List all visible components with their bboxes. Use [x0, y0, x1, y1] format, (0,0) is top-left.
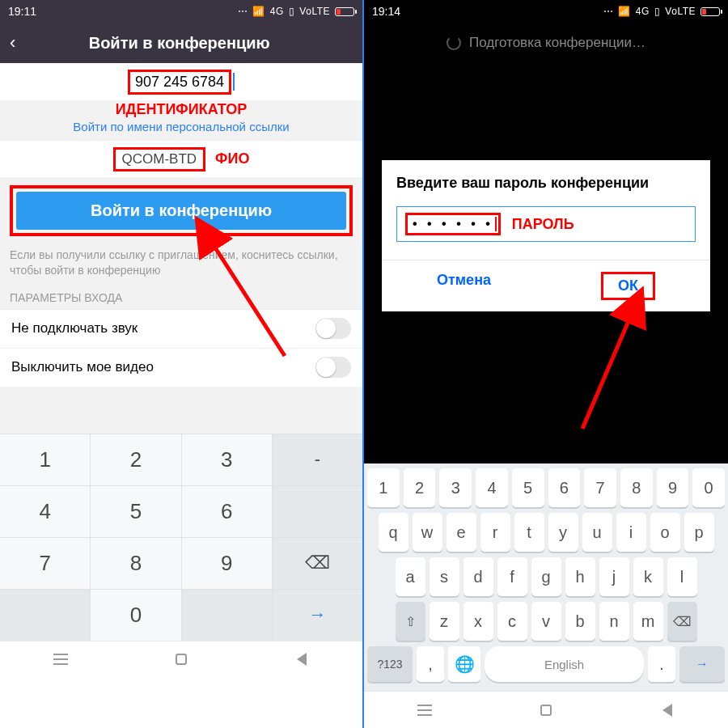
key-5[interactable]: 5	[512, 468, 544, 507]
key-enter[interactable]: →	[679, 646, 725, 682]
ok-button[interactable]: ОК	[546, 260, 710, 311]
key-u[interactable]: u	[582, 513, 612, 552]
annotation-join-outline: Войти в конференцию	[10, 185, 353, 236]
nav-home-icon[interactable]	[171, 649, 192, 670]
option-disable-video[interactable]: Выключить мое видео	[0, 348, 362, 387]
key-l[interactable]: l	[667, 557, 697, 596]
annotation-arrow-ok	[574, 307, 671, 440]
key-w[interactable]: w	[413, 513, 442, 552]
nav-recent-icon[interactable]	[50, 649, 71, 670]
key-7[interactable]: 7	[584, 468, 616, 507]
cancel-button[interactable]: Отмена	[382, 260, 546, 311]
display-name-row[interactable]: QCOM-BTD ФИО	[0, 140, 362, 177]
personal-link[interactable]: Войти по имени персональной ссылки	[0, 118, 362, 140]
key-n[interactable]: n	[599, 602, 629, 641]
key-j[interactable]: j	[599, 557, 629, 596]
status-icons: ⋯📶 4G ▯ VoLTE	[238, 6, 354, 17]
key-4[interactable]: 4	[476, 468, 508, 507]
key-4[interactable]: 4	[0, 485, 91, 537]
key-f[interactable]: f	[497, 557, 527, 596]
status-icons: ⋯📶 4G▯ VoLTE	[603, 6, 720, 17]
options-heading: ПАРАМЕТРЫ ВХОДА	[0, 286, 362, 309]
status-bar: 19:14 ⋯📶 4G▯ VoLTE	[364, 0, 728, 23]
key-9[interactable]: 9	[657, 468, 689, 507]
key-y[interactable]: y	[548, 513, 578, 552]
key-6[interactable]: 6	[548, 468, 581, 507]
meeting-id-row[interactable]: 907 245 6784	[0, 63, 362, 100]
toggle-video[interactable]	[315, 357, 351, 378]
key-m[interactable]: m	[633, 602, 663, 641]
key-i[interactable]: i	[616, 513, 646, 552]
key-x[interactable]: x	[463, 602, 493, 641]
annotation-password: ПАРОЛЬ	[512, 216, 574, 233]
key-symbols[interactable]: ?123	[367, 646, 413, 682]
key-0[interactable]: 0	[692, 468, 725, 507]
key-7[interactable]: 7	[0, 537, 91, 589]
key-s[interactable]: s	[430, 557, 459, 596]
key-6[interactable]: 6	[182, 485, 273, 537]
status-time: 19:11	[8, 5, 36, 18]
join-button[interactable]: Войти в конференцию	[16, 192, 346, 230]
display-name-input[interactable]: QCOM-BTD	[113, 147, 206, 171]
nav-home-icon[interactable]	[535, 700, 557, 721]
key-period[interactable]: .	[648, 646, 675, 682]
key-9[interactable]: 9	[182, 537, 273, 589]
back-icon[interactable]: ‹	[10, 32, 15, 53]
password-field[interactable]: • • • • • • ПАРОЛЬ	[396, 206, 696, 242]
key-globe[interactable]: 🌐	[448, 646, 480, 682]
option-mute-audio[interactable]: Не подключать звук	[0, 309, 362, 348]
phone-left: 19:11 ⋯📶 4G ▯ VoLTE ‹ Войти в конференци…	[0, 0, 364, 728]
key-a[interactable]: a	[396, 557, 425, 596]
key-1[interactable]: 1	[367, 468, 400, 507]
nav-back-icon[interactable]	[657, 700, 678, 721]
key-k[interactable]: k	[633, 557, 663, 596]
key-g[interactable]: g	[531, 557, 561, 596]
key-shift[interactable]: ⇧	[396, 602, 425, 641]
key-0[interactable]: 0	[91, 589, 181, 641]
key-empty-l	[0, 589, 91, 641]
phone-right: 19:14 ⋯📶 4G▯ VoLTE Подготовка конференци…	[364, 0, 728, 728]
key-v[interactable]: v	[531, 602, 561, 641]
key-b[interactable]: b	[565, 602, 595, 641]
key-comma[interactable]: ,	[417, 646, 444, 682]
key-8[interactable]: 8	[620, 468, 653, 507]
nav-recent-icon[interactable]	[414, 700, 435, 721]
key-dash[interactable]: -	[273, 434, 362, 485]
key-8[interactable]: 8	[91, 537, 181, 589]
screen-header: ‹ Войти в конференцию	[0, 23, 362, 63]
key-backspace[interactable]: ⌫	[667, 602, 697, 641]
key-o[interactable]: o	[650, 513, 680, 552]
password-input[interactable]: • • • • • •	[405, 213, 501, 235]
key-3[interactable]: 3	[439, 468, 472, 507]
nav-back-icon[interactable]	[291, 649, 312, 670]
key-c[interactable]: c	[497, 602, 527, 641]
key-d[interactable]: d	[463, 557, 493, 596]
meeting-id-input[interactable]: 907 245 6784	[128, 70, 231, 95]
key-1[interactable]: 1	[0, 434, 91, 485]
key-q[interactable]: q	[379, 513, 408, 552]
status-bar: 19:11 ⋯📶 4G ▯ VoLTE	[0, 0, 362, 23]
key-2[interactable]: 2	[404, 468, 436, 507]
key-2[interactable]: 2	[91, 434, 181, 485]
key-enter[interactable]: →	[273, 589, 362, 641]
key-z[interactable]: z	[430, 602, 459, 641]
numeric-keyboard: 1 2 3 - 4 5 6 7 8 9 ⌫ 0 →	[0, 434, 362, 641]
key-h[interactable]: h	[565, 557, 595, 596]
key-p[interactable]: p	[684, 513, 714, 552]
toggle-audio[interactable]	[315, 318, 351, 339]
key-space[interactable]	[273, 485, 362, 537]
key-r[interactable]: r	[480, 513, 510, 552]
key-backspace[interactable]: ⌫	[273, 537, 362, 589]
svg-line-1	[582, 315, 631, 429]
status-time: 19:14	[372, 5, 400, 18]
key-t[interactable]: t	[514, 513, 544, 552]
key-space[interactable]: English	[485, 646, 644, 682]
key-e[interactable]: e	[447, 513, 476, 552]
android-navbar	[0, 641, 362, 678]
key-3[interactable]: 3	[182, 434, 273, 485]
annotation-name: ФИО	[215, 150, 249, 167]
invite-hint: Если вы получили ссылку с приглашением, …	[0, 241, 362, 286]
key-5[interactable]: 5	[91, 485, 181, 537]
password-dialog: Введите ваш пароль конференции • • • • •…	[382, 160, 710, 311]
annotation-id: ИДЕНТИФИКАТОР	[0, 100, 362, 118]
